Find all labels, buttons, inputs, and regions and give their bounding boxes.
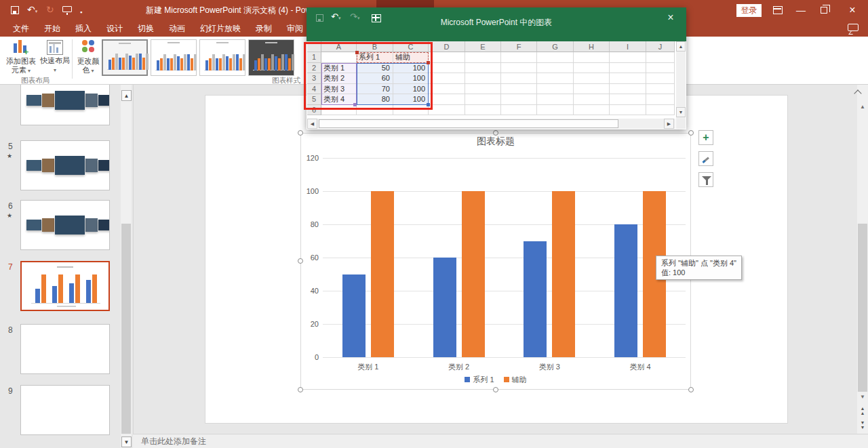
slide-thumbnail-5[interactable] [20, 140, 110, 190]
cell-J2[interactable] [646, 63, 675, 74]
selection-handle[interactable] [298, 258, 303, 264]
cell-A3[interactable]: 类别 2 [321, 73, 357, 84]
chart-legend[interactable]: 系列 1辅助 [300, 375, 691, 385]
cell-G2[interactable] [537, 63, 574, 74]
scroll-up-icon[interactable]: ▲ [857, 102, 868, 113]
cell-A6[interactable] [321, 105, 357, 116]
sheet-vertical-scrollbar[interactable]: ▲ ▼ [676, 41, 686, 119]
cell-C5[interactable]: 100 [393, 94, 429, 105]
login-button[interactable]: 登录 [736, 4, 762, 17]
row-header-3[interactable]: 3 [307, 73, 321, 84]
quick-layout-button[interactable]: 快速布局▾ [39, 39, 71, 75]
chart-styles-button[interactable] [698, 151, 713, 166]
cell-H3[interactable] [574, 73, 610, 84]
column-header-A[interactable]: A [321, 41, 357, 52]
cell-J4[interactable] [646, 84, 675, 95]
bar-系列 1-类别 3[interactable] [524, 241, 547, 358]
cell-E6[interactable] [465, 105, 501, 116]
cell-E2[interactable] [465, 63, 501, 74]
bar-辅助-类别 2[interactable] [462, 191, 485, 357]
cell-C4[interactable]: 100 [393, 84, 429, 95]
cell-J3[interactable] [646, 73, 675, 84]
cell-I6[interactable] [610, 105, 646, 116]
scroll-down-icon[interactable]: ▼ [857, 392, 868, 403]
collapse-ribbon-icon[interactable] [853, 88, 863, 96]
save-icon[interactable] [11, 6, 19, 14]
cell-F4[interactable] [501, 84, 537, 95]
column-header-B[interactable]: B [357, 41, 393, 52]
column-header-F[interactable]: F [501, 41, 537, 52]
selection-handle[interactable] [298, 387, 303, 392]
bar-辅助-类别 1[interactable] [371, 191, 394, 357]
cell-H1[interactable] [574, 52, 610, 63]
cell-G5[interactable] [537, 94, 574, 105]
slide-thumbnail-7[interactable] [20, 261, 110, 311]
cell-H5[interactable] [574, 94, 610, 105]
cell-H6[interactable] [574, 105, 610, 116]
selection-handle[interactable] [688, 130, 694, 136]
chart-elements-button[interactable]: + [698, 130, 713, 145]
bar-辅助-类别 3[interactable] [552, 191, 575, 357]
cell-G6[interactable] [537, 105, 574, 116]
cell-E5[interactable] [465, 94, 501, 105]
cell-A1[interactable] [321, 52, 357, 63]
sheet-horizontal-scrollbar[interactable]: ◀ ▶ [307, 119, 675, 129]
change-colors-button[interactable]: 更改颜色 ▾ [75, 39, 102, 75]
sheet-scroll-down-icon[interactable]: ▼ [676, 107, 686, 117]
redo-icon[interactable]: ↻ [46, 4, 54, 15]
bar-系列 1-类别 4[interactable] [614, 224, 637, 357]
cell-F2[interactable] [501, 63, 537, 74]
selection-handle[interactable] [493, 387, 498, 392]
add-chart-element-button[interactable]: + 添加图表元素 ▾ [4, 39, 38, 75]
cell-H4[interactable] [574, 84, 610, 95]
comments-icon[interactable] [848, 24, 859, 31]
chart-style-option-3[interactable] [199, 39, 245, 76]
chart-style-option-2[interactable] [151, 39, 197, 76]
tab-5[interactable]: 切换 [130, 20, 161, 37]
cell-G3[interactable] [537, 73, 574, 84]
cell-D1[interactable] [429, 52, 465, 63]
tab-3[interactable]: 插入 [68, 20, 99, 37]
slide-panel-scrollbar-thumb[interactable] [121, 224, 131, 434]
restore-icon[interactable] [812, 0, 835, 20]
cell-D4[interactable] [429, 84, 465, 95]
chart-filters-button[interactable] [698, 172, 713, 187]
tab-7[interactable]: 幻灯片放映 [193, 20, 248, 37]
cell-D3[interactable] [429, 73, 465, 84]
legend-item-辅助[interactable]: 辅助 [504, 375, 527, 385]
tab-8[interactable]: 录制 [248, 20, 279, 37]
column-header-I[interactable]: I [610, 41, 646, 52]
cell-G1[interactable] [537, 52, 574, 63]
cell-I2[interactable] [610, 63, 646, 74]
previous-slide-icon[interactable]: ▲▲ [857, 405, 868, 417]
selection-handle[interactable] [493, 130, 498, 136]
cell-F6[interactable] [501, 105, 537, 116]
cell-A4[interactable]: 类别 3 [321, 84, 357, 95]
slide-thumbnail-partial[interactable] [20, 85, 110, 125]
cell-D6[interactable] [429, 105, 465, 116]
slide-panel-scroll-up-icon[interactable]: ▲ [121, 90, 132, 101]
row-header-4[interactable]: 4 [307, 84, 321, 95]
cell-B4[interactable]: 70 [357, 84, 393, 95]
chart-style-option-4[interactable] [248, 39, 294, 76]
cell-I4[interactable] [610, 84, 646, 95]
legend-item-系列 1[interactable]: 系列 1 [465, 375, 494, 385]
minimize-icon[interactable]: — [789, 0, 812, 20]
tab-4[interactable]: 设计 [99, 20, 130, 37]
cell-C3[interactable]: 100 [393, 73, 429, 84]
cell-E4[interactable] [465, 84, 501, 95]
selection-handle[interactable] [298, 130, 303, 136]
tab-2[interactable]: 开始 [37, 20, 68, 37]
sheet-scroll-right-icon[interactable]: ▶ [664, 119, 674, 129]
undo-icon[interactable]: ↶▾ [27, 4, 37, 17]
close-icon[interactable]: × [841, 0, 864, 20]
excel-close-icon[interactable]: × [660, 7, 681, 28]
column-header-H[interactable]: H [574, 41, 610, 52]
cell-I3[interactable] [610, 73, 646, 84]
cell-B6[interactable] [357, 105, 393, 116]
notes-area[interactable]: 单击此处添加备注 [133, 434, 868, 448]
column-header-C[interactable]: C [393, 41, 429, 52]
cell-F3[interactable] [501, 73, 537, 84]
tab-1[interactable]: 文件 [5, 20, 37, 37]
chart-data-titlebar[interactable]: ↶▾ ↷▾ Microsoft PowerPoint 中的图表 × [307, 7, 686, 41]
